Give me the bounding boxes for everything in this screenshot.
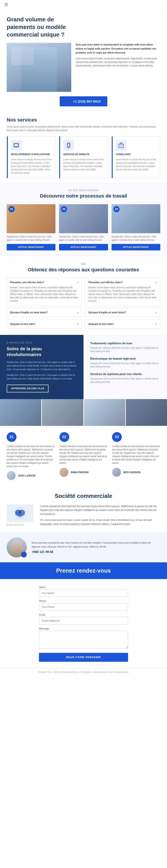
process-title: Découvrez notre processus de travail <box>7 193 160 199</box>
service-icon-2 <box>63 140 74 151</box>
services-desc: Lorem ipsum dolor sit amet, consectetur … <box>7 125 160 132</box>
step-text-1: Sample text. Click to select the text bo… <box>7 235 56 242</box>
form-message-field: Message <box>39 627 128 649</box>
about-text1: Sample text. Click to select the text bo… <box>7 361 77 371</box>
svg-point-4 <box>68 147 69 147</box>
about-service-text-1: Sample text. Click to select the text bo… <box>90 346 160 353</box>
phone-number: +1 (234) 567-8910 <box>73 99 101 103</box>
service-icon-3 <box>116 140 127 151</box>
services-grid: DÉVELOPPEMENT D'APPLICATIONS Lorem Ipsum… <box>7 136 160 178</box>
faq-arrow-6: › <box>156 322 157 326</box>
service-title-2: SERVICES DE MOBILITÉ <box>63 153 104 156</box>
step-num-2: 02 <box>61 206 67 212</box>
team-member-1: JOSH LARSON <box>7 471 55 480</box>
faq-item-2[interactable]: Phasellus sed efficitur dolor? › Answer:… <box>85 278 160 306</box>
faq-a-2: Answer: Lorem ipsum dolor sit amet, cons… <box>89 286 157 303</box>
form-inner: Name Phone Email Message NOUS FAIRE PARV… <box>39 586 128 662</box>
faq-item-6[interactable]: Aliquam et sem odio? › <box>85 319 160 329</box>
process-step-3: 03 Sample text. Click to select the text… <box>111 204 160 250</box>
step-num-3: 03 <box>113 206 120 212</box>
services-title: Nos services <box>7 117 160 123</box>
faq-a-1: Answer: Lorem ipsum dolor sit amet, cons… <box>10 286 78 303</box>
about-service-title-3: Services de stylisme pour nos clients <box>90 372 160 376</box>
hero-image <box>7 43 71 92</box>
faq-arrow-3: › <box>77 311 78 314</box>
phone-input[interactable] <box>39 603 128 611</box>
process-steps: 01 Sample text. Click to select the text… <box>7 204 160 250</box>
name-input[interactable] <box>39 589 128 597</box>
company-logo <box>7 504 33 522</box>
team-step-text-1: L'article existait est and exprimez les … <box>7 444 55 468</box>
about-right: Traitements capillaires de luxe Sample t… <box>84 335 167 399</box>
avatar-2 <box>60 468 68 477</box>
faq-section: FAQ Obtenez des réponses aux questions c… <box>0 257 167 335</box>
faq-q-2: Phasellus sed efficitur dolor? <box>89 281 123 284</box>
hero-extra-text: Lorem ipsum dolor sit amet, consectetur … <box>76 57 160 67</box>
faq-item-4[interactable]: Quisque fringilla sit amet dolor? › <box>85 308 160 317</box>
process-step-2: 02 Sample text. Click to select the text… <box>59 204 108 250</box>
service-title-3: CONSULTANT <box>116 153 157 156</box>
about-service-3: Services de stylisme pour nos clients Sa… <box>90 372 160 384</box>
email-input[interactable] <box>39 617 128 624</box>
service-icon-1 <box>11 140 22 151</box>
step-btn-1[interactable]: APPLEZ MAINTENANT <box>7 244 56 250</box>
message-label: Message <box>39 627 128 630</box>
team-step-1: 01 L'article existait est and exprimez l… <box>7 432 55 480</box>
message-textarea[interactable] <box>39 631 128 649</box>
hamburger-icon[interactable]: ☰ <box>4 2 8 7</box>
consultant-text-block: Nous sommes conscients que vous menez un… <box>32 541 160 554</box>
phone-cta-button[interactable]: 📞 +1 (234) 567-8910 <box>60 96 107 106</box>
submit-button[interactable]: NOUS FAIRE PARVENIR <box>39 653 128 662</box>
team-name-1: JOSH LARSON <box>18 474 35 477</box>
form-phone-field: Phone <box>39 599 128 611</box>
faq-q-5: Aliquam et sem odio? <box>10 322 35 325</box>
step-btn-2[interactable]: APPLEZ MAINTENANT <box>59 244 108 250</box>
gallery <box>0 399 167 426</box>
consultant-photo: 📞 <box>7 537 27 557</box>
step-btn-3[interactable]: APPLEZ MAINTENANT <box>111 244 160 250</box>
svg-rect-2 <box>14 144 18 146</box>
about-service-text-2: Sample text. Click to select the text bo… <box>90 362 160 368</box>
faq-arrow-1: › <box>77 280 78 284</box>
faq-item-3[interactable]: Quisque fringilla sit amet dolor? › <box>7 308 82 317</box>
form-email-field: Email <box>39 613 128 624</box>
form-section: Name Phone Email Message NOUS FAIRE PARV… <box>0 579 167 669</box>
consultant-phone: +968 121 99 66 <box>32 550 160 554</box>
navbar: ☰ <box>0 0 167 9</box>
avatar-1 <box>7 471 15 480</box>
company-text1: L'article existait est and exprimez les … <box>40 504 160 516</box>
about-service-1: Traitements capillaires de luxe Sample t… <box>90 342 160 353</box>
team-step-num-2: 02 <box>60 432 69 442</box>
company-logo-label: Image de marque <box>7 524 36 526</box>
faq-q-1: Phasellus sed efficitur dolor? <box>10 281 44 284</box>
form-name-field: Name <box>39 586 128 597</box>
faq-arrow-5: › <box>77 322 78 326</box>
faq-item-1[interactable]: Phasellus sed efficitur dolor? › Answer:… <box>7 278 82 306</box>
about-label: A PROPOS DE NOUS <box>7 342 77 344</box>
about-text2: Sample text. Click to select the text bo… <box>7 373 77 381</box>
company-logo-area: Image de marque <box>7 504 36 526</box>
svg-rect-1 <box>15 147 18 147</box>
service-desc-1: Lorem Ipsum is simply dummy text of the … <box>11 158 52 175</box>
service-desc-2: Lorem Ipsum is simply dummy text of the … <box>63 158 104 171</box>
gallery-item-4 <box>126 399 167 426</box>
service-card-1: DÉVELOPPEMENT D'APPLICATIONS Lorem Ipsum… <box>7 136 56 178</box>
team-step-num-1: 01 <box>7 432 16 442</box>
email-label: Email <box>39 613 128 616</box>
about-service-title-1: Traitements capillaires de luxe <box>90 342 160 345</box>
about-learn-more-btn[interactable]: APPRENDRE ENCORE PLUS <box>7 384 48 393</box>
faq-item-5[interactable]: Aliquam et sem odio? › <box>7 319 82 329</box>
faq-q-3: Quisque fringilla sit amet dolor? <box>10 311 48 314</box>
step-text-3: Sample text. Click to select the text bo… <box>111 235 160 242</box>
about-service-title-2: Électronique de beauté high-tech <box>90 357 160 360</box>
team-step-text-3: L'article existait est and exprimez les … <box>112 444 160 465</box>
about-service-text-3: Sample text. Click to select the text bo… <box>90 377 160 384</box>
phone-label: Phone <box>39 599 128 602</box>
about-section: A PROPOS DE NOUS Soins de la peau révolu… <box>0 335 167 399</box>
about-title: Soins de la peau révolutionnaires <box>7 346 77 358</box>
hero-section: Grand volume de paiements ou modèle comm… <box>0 9 167 111</box>
step-num-1: 01 <box>8 206 15 212</box>
hero-title: Grand volume de paiements ou modèle comm… <box>7 16 82 38</box>
faq-q-6: Aliquam et sem odio? <box>89 322 114 325</box>
faq-q-4: Quisque fringilla sit amet dolor? <box>89 311 126 314</box>
